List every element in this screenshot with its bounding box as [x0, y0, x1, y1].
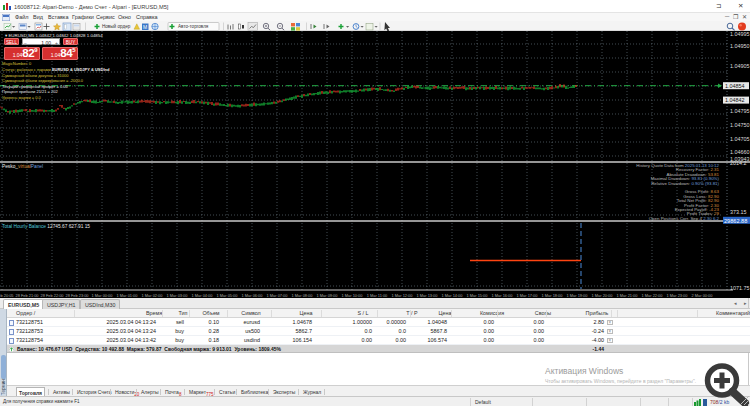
svg-text:28 Feb 21:00: 28 Feb 21:00 — [16, 293, 40, 298]
svg-text:1 Mar 09:00: 1 Mar 09:00 — [317, 293, 339, 298]
svg-text:M: M — [143, 24, 147, 30]
svg-text:1 Mar 19:00: 1 Mar 19:00 — [567, 293, 589, 298]
svg-text:1.04950: 1.04950 — [730, 43, 750, 49]
svg-text:2 Mar 00:00: 2 Mar 00:00 — [692, 293, 714, 298]
svg-text:Процент прибыли 21/21 = 202: Процент прибыли 21/21 = 202 — [2, 89, 58, 94]
svg-text:1.04842: 1.04842 — [725, 97, 745, 103]
svg-text:Суммарный объем хеджирования =: Суммарный объем хеджирования = -2000.0 — [2, 78, 84, 83]
svg-text:Текущий суммарный профит = 0.0: Текущий суммарный профит = 0.00 — [2, 84, 69, 89]
svg-text:1 Mar 20:00: 1 Mar 20:00 — [592, 293, 614, 298]
svg-text:1.04905: 1.04905 — [730, 63, 750, 69]
svg-text:1.04750: 1.04750 — [730, 122, 750, 128]
svg-text:Авто-торговля: Авто-торговля — [178, 24, 209, 29]
svg-text:2014.2: 2014.2 — [730, 160, 747, 166]
svg-text:Статус: работаю с парами EURUS: Статус: работаю с парами EURUSD & USDJPY… — [2, 67, 110, 72]
svg-text:Суммарный объем докупок = 3100: Суммарный объем докупок = 31000 — [2, 73, 69, 78]
svg-text:1 Mar 10:00: 1 Mar 10:00 — [342, 293, 364, 298]
svg-text:1.04660: 1.04660 — [730, 149, 750, 155]
svg-text:1 Mar 16:00: 1 Mar 16:00 — [492, 293, 514, 298]
svg-text:1 Mar 23:00: 1 Mar 23:00 — [667, 293, 689, 298]
svg-text:28 Feb 20:05: 28 Feb 20:05 — [0, 293, 13, 298]
svg-text:Open Positions Corr. Sep 4 2.3: Open Positions Corr. Sep 4 2.30 6.2 — [649, 216, 720, 221]
svg-text:1 Mar 05:00: 1 Mar 05:00 — [217, 293, 239, 298]
svg-text:1 Mar 04:00: 1 Mar 04:00 — [192, 293, 214, 298]
svg-text:373.15: 373.15 — [730, 209, 747, 215]
svg-text:1 Mar 08:00: 1 Mar 08:00 — [292, 293, 314, 298]
svg-text:1 Mar 22:00: 1 Mar 22:00 — [642, 293, 664, 298]
svg-text:1.04854: 1.04854 — [725, 83, 745, 89]
svg-text:Новый ордер: Новый ордер — [102, 23, 131, 29]
svg-text:1 Mar 15:00: 1 Mar 15:00 — [467, 293, 489, 298]
svg-text:1.04995: 1.04995 — [730, 31, 750, 37]
svg-text:1 Mar 12:00: 1 Mar 12:00 — [392, 293, 414, 298]
svg-text:Уровень маржи = 0.0: Уровень маржи = 0.0 — [2, 95, 42, 100]
svg-text:1 Mar 13:00: 1 Mar 13:00 — [417, 293, 439, 298]
svg-text:Pesko_virtualPanel: Pesko_virtualPanel — [2, 164, 43, 169]
svg-text:1 Mar 01:00: 1 Mar 01:00 — [117, 293, 139, 298]
svg-text:Total Hourly Balance 12745.67: Total Hourly Balance 12745.67 627.91 15 — [2, 224, 90, 229]
svg-text:1 Mar 00:00: 1 Mar 00:00 — [92, 293, 114, 298]
svg-text:1.04705: 1.04705 — [730, 136, 750, 142]
svg-text:1071.75: 1071.75 — [730, 285, 750, 291]
svg-text:1 Mar 18:00: 1 Mar 18:00 — [542, 293, 564, 298]
svg-text:28 Feb 23:00: 28 Feb 23:00 — [66, 293, 90, 298]
svg-text:1 Mar 03:00: 1 Mar 03:00 — [167, 293, 189, 298]
svg-text:MagicNumber: 0: MagicNumber: 0 — [2, 61, 32, 66]
svg-text:1 Mar 17:00: 1 Mar 17:00 — [517, 293, 539, 298]
svg-text:1 Mar 21:00: 1 Mar 21:00 — [617, 293, 639, 298]
svg-text:Relative Drawdown: 0.90% (93.8: Relative Drawdown: 0.90% (93.81) — [651, 181, 719, 186]
svg-text:1 Mar 06:00: 1 Mar 06:00 — [242, 293, 264, 298]
svg-text:1.04795: 1.04795 — [730, 108, 750, 114]
svg-text:1 Mar 14:00: 1 Mar 14:00 — [442, 293, 464, 298]
svg-text:28 Feb 22:00: 28 Feb 22:00 — [41, 293, 65, 298]
svg-text:1 Mar 02:00: 1 Mar 02:00 — [142, 293, 164, 298]
svg-text:1 Mar 11:00: 1 Mar 11:00 — [367, 293, 388, 298]
svg-text:29862.88: 29862.88 — [724, 218, 747, 224]
svg-text:1 Mar 07:00: 1 Mar 07:00 — [267, 293, 289, 298]
